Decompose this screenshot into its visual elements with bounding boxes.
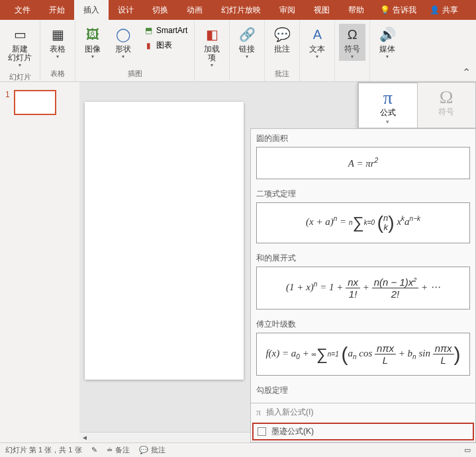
eq-title-binom: 二项式定理 xyxy=(251,185,475,202)
insert-new-equation[interactable]: π 插入新公式(I) xyxy=(251,403,475,421)
thumb-number: 1 xyxy=(5,90,10,115)
slide-canvas[interactable] xyxy=(85,102,244,380)
eq-title-expand: 和的展开式 xyxy=(251,249,475,267)
shapes-icon: ◯ xyxy=(114,25,132,44)
status-bar: 幻灯片 第 1 张，共 1 张 ✎ ≐ 备注 💬 批注 ▭ xyxy=(0,442,476,457)
menu-review[interactable]: 审阅 xyxy=(270,0,305,20)
comments-button[interactable]: 💬 批注 xyxy=(139,445,166,455)
person-icon: 👤 xyxy=(430,5,440,15)
image-icon: 🖼 xyxy=(83,25,102,44)
smartart-button[interactable]: ⬒ SmartArt xyxy=(140,24,190,37)
media-button[interactable]: 🔊 媒体▾ xyxy=(374,24,401,61)
group-comments-label: 批注 xyxy=(265,67,299,80)
comment-button[interactable]: 💬 批注 xyxy=(269,24,295,55)
omega-icon: Ω xyxy=(343,25,361,44)
share-button[interactable]: 👤共享 xyxy=(423,5,465,16)
addin-button[interactable]: ◧ 加载 项▾ xyxy=(199,24,225,69)
text-button[interactable]: A 文本▾ xyxy=(304,24,330,61)
slide-thumb-1[interactable]: 1 xyxy=(5,90,74,115)
menu-transition[interactable]: 切换 xyxy=(143,0,177,20)
image-button[interactable]: 🖼 图像▾ xyxy=(79,24,106,61)
chevron-down-icon: ▾ xyxy=(19,62,21,68)
menu-help[interactable]: 帮助 xyxy=(339,0,373,20)
group-tables-label: 表格 xyxy=(40,67,75,80)
media-icon: 🔊 xyxy=(378,25,397,44)
menu-bar: 文件 开始 插入 设计 切换 动画 幻灯片放映 审阅 视图 帮助 💡告诉我 👤共… xyxy=(0,0,476,20)
ink-equation[interactable]: 墨迹公式(K) xyxy=(252,423,474,440)
lightbulb-icon: 💡 xyxy=(380,5,390,15)
ink-check-icon xyxy=(258,427,266,436)
equation-gallery: 圆的面积 A = πr2 二项式定理 (x + a)n = n∑k=0 nk x… xyxy=(250,128,476,442)
menu-animation[interactable]: 动画 xyxy=(177,0,212,20)
collapse-ribbon-icon[interactable]: ⌃ xyxy=(457,63,476,81)
notes-button[interactable]: ≐ 备注 xyxy=(107,445,130,455)
ribbon: ▭ 新建 幻灯片 ▾ 幻灯片 ▦ 表格▾ 表格 🖼 图像▾ ◯ 形状▾ xyxy=(0,20,476,82)
thumbnail-pane[interactable]: 1 xyxy=(0,82,79,442)
omega-grey-icon: Ω xyxy=(418,88,476,106)
menu-home[interactable]: 开始 xyxy=(40,0,74,20)
eq-fourier[interactable]: f(x) = a0 + ∞∑n=1 (an cos nπxL + bn sin … xyxy=(256,333,470,376)
eq-expansion[interactable]: (1 + x)n = 1 + nx1! + n(n − 1)x22! + ⋯ xyxy=(256,267,470,310)
normal-view-icon[interactable]: ▭ xyxy=(464,446,471,454)
menu-slideshow[interactable]: 幻灯片放映 xyxy=(212,0,270,20)
tell-me[interactable]: 💡告诉我 xyxy=(373,5,423,16)
eq-circle-area[interactable]: A = πr2 xyxy=(256,147,470,179)
link-button[interactable]: 🔗 链接▾ xyxy=(234,24,260,61)
eq-binomial[interactable]: (x + a)n = n∑k=0 nk xkan−k xyxy=(256,202,470,243)
symbol-button[interactable]: Ω 符号▾ xyxy=(339,24,365,61)
new-slide-button[interactable]: ▭ 新建 幻灯片 ▾ xyxy=(4,24,36,69)
equation-footer: π 插入新公式(I) 墨迹公式(K) xyxy=(251,403,475,442)
menu-design[interactable]: 设计 xyxy=(109,0,143,20)
menu-file[interactable]: 文件 xyxy=(5,0,40,20)
smartart-icon: ⬒ xyxy=(143,25,154,36)
table-button[interactable]: ▦ 表格▾ xyxy=(44,24,71,61)
shapes-button[interactable]: ◯ 形状▾ xyxy=(110,24,136,61)
eq-title-circle: 圆的面积 xyxy=(251,129,475,147)
spellcheck-icon[interactable]: ✎ xyxy=(91,446,97,454)
thumb-preview xyxy=(14,90,56,115)
group-illust-label: 插图 xyxy=(75,67,194,80)
scroll-left-icon[interactable]: ◄ xyxy=(79,433,90,442)
pi-small-icon: π xyxy=(256,407,261,418)
addin-icon: ◧ xyxy=(203,25,221,44)
eq-title-pythag: 勾股定理 xyxy=(251,381,475,399)
menu-insert[interactable]: 插入 xyxy=(74,0,109,20)
link-icon: 🔗 xyxy=(238,25,256,44)
slide-counter: 幻灯片 第 1 张，共 1 张 xyxy=(5,445,82,455)
text-icon: A xyxy=(308,25,326,44)
symbol-tab[interactable]: Ω 符号 xyxy=(418,83,476,128)
chart-button[interactable]: ▮ 图表 xyxy=(140,38,190,52)
pi-icon: π xyxy=(359,89,417,107)
eq-title-fourier: 傅立叶级数 xyxy=(251,315,475,333)
chart-icon: ▮ xyxy=(143,40,154,51)
new-slide-icon: ▭ xyxy=(11,25,29,44)
equation-tab[interactable]: π 公式 ▾ xyxy=(358,83,418,128)
symbol-submenu: π 公式 ▾ Ω 符号 xyxy=(357,82,476,128)
comment-icon: 💬 xyxy=(273,25,291,44)
table-icon: ▦ xyxy=(48,25,67,44)
menu-view[interactable]: 视图 xyxy=(305,0,339,20)
